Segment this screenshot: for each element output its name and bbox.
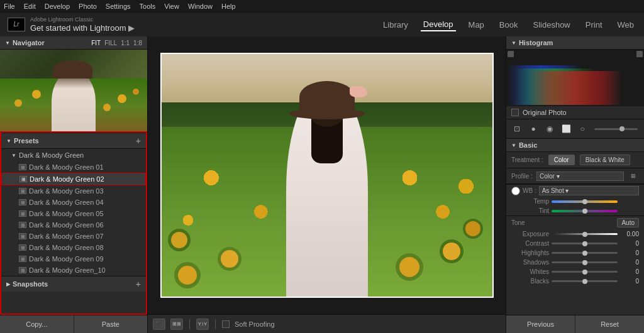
tab-library[interactable]: Library bbox=[380, 19, 411, 31]
preset-group-header[interactable]: ▼ Dark & Moody Green bbox=[1, 149, 146, 161]
profile-grid-icon[interactable]: ⊞ bbox=[628, 170, 639, 182]
contrast-slider[interactable] bbox=[552, 243, 618, 244]
nav-size-1-1[interactable]: 1:1 bbox=[121, 40, 130, 46]
shadows-slider-thumb bbox=[582, 260, 587, 265]
nav-size-fit[interactable]: FIT bbox=[91, 40, 101, 46]
tab-web[interactable]: Web bbox=[615, 19, 637, 31]
preset-item-10[interactable]: ⊞ Dark & Moody Green_10 bbox=[1, 265, 146, 276]
treatment-row: Treatment : Color Black & White bbox=[506, 152, 644, 168]
brand-name: Adobe Lightroom Classic bbox=[30, 16, 135, 23]
whites-slider[interactable] bbox=[552, 271, 618, 273]
navigator-preview[interactable] bbox=[0, 50, 147, 131]
menu-edit[interactable]: Edit bbox=[24, 3, 36, 10]
snapshots-add-button[interactable]: + bbox=[136, 280, 141, 288]
yx-tool-icon[interactable]: Y↕Y bbox=[196, 319, 209, 330]
preset-item-4[interactable]: ⊞ Dark & Moody Green 04 bbox=[1, 197, 146, 208]
soft-proofing-checkbox[interactable] bbox=[222, 320, 230, 328]
menu-settings[interactable]: Settings bbox=[106, 3, 131, 10]
navigator-collapse-icon[interactable]: ▼ bbox=[5, 40, 10, 46]
tab-map[interactable]: Map bbox=[466, 19, 487, 31]
preset-item-7[interactable]: ⊞ Dark & Moody Green 07 bbox=[1, 231, 146, 242]
preset-item-5[interactable]: ⊞ Dark & Moody Green 05 bbox=[1, 208, 146, 219]
reset-button[interactable]: Reset bbox=[575, 315, 644, 333]
grid-tool-icon[interactable]: ⊞⊞ bbox=[170, 319, 183, 330]
shadows-label: Shadows bbox=[511, 259, 549, 266]
sunflower-1 bbox=[178, 266, 197, 285]
menu-help[interactable]: Help bbox=[221, 3, 236, 10]
menu-view[interactable]: View bbox=[164, 3, 179, 10]
tool-slider-thumb bbox=[619, 126, 625, 131]
preset-item-2[interactable]: ⊞ Dark & Moody Green 02 bbox=[1, 173, 146, 185]
bottom-toolbar: ⬛ ⊞⊞ Y↕Y Soft Proofing bbox=[148, 314, 506, 333]
image-container[interactable] bbox=[148, 36, 506, 314]
soft-proofing-label: Soft Proofing bbox=[235, 320, 275, 328]
preset-icon-3: ⊞ bbox=[19, 188, 26, 194]
histogram-title: Histogram bbox=[519, 39, 553, 46]
highlights-slider[interactable] bbox=[552, 252, 618, 254]
tab-book[interactable]: Book bbox=[497, 19, 521, 31]
wb-row: WB : As Shot ▾ bbox=[506, 184, 644, 197]
menu-window[interactable]: Window bbox=[188, 3, 213, 10]
tab-print[interactable]: Print bbox=[583, 19, 605, 31]
preset-icon-6: ⊞ bbox=[19, 222, 26, 228]
right-panel: ▼ Histogram Original Photo ⊡ ● ◉ ⬜ ○ bbox=[506, 36, 644, 333]
wb-label: WB : bbox=[523, 187, 536, 194]
redeye-icon[interactable]: ◉ bbox=[543, 122, 557, 136]
crop-tool-icon[interactable]: ⬛ bbox=[153, 319, 165, 330]
tab-slideshow[interactable]: Slideshow bbox=[531, 19, 573, 31]
preset-item-3[interactable]: ⊞ Dark & Moody Green 03 bbox=[1, 185, 146, 197]
temp-slider[interactable] bbox=[552, 200, 618, 203]
menu-file[interactable]: File bbox=[4, 3, 15, 10]
profile-select[interactable]: Color ▾ bbox=[536, 172, 624, 181]
shadow-warning-icon[interactable] bbox=[636, 51, 643, 57]
color-treatment-button[interactable]: Color bbox=[548, 155, 575, 165]
menu-photo[interactable]: Photo bbox=[79, 3, 97, 10]
gradient-icon[interactable]: ⬜ bbox=[559, 122, 573, 136]
snapshots-header[interactable]: ▶ Snapshots + bbox=[1, 276, 146, 292]
preset-label-3: Dark & Moody Green 03 bbox=[29, 187, 104, 195]
nav-size-1-8[interactable]: 1:8 bbox=[133, 40, 142, 46]
highlights-value: 0 bbox=[620, 249, 639, 256]
menu-develop[interactable]: Develop bbox=[45, 3, 70, 10]
temp-label: Temp bbox=[511, 198, 549, 205]
previous-button[interactable]: Previous bbox=[506, 315, 575, 333]
whites-label: Whites bbox=[511, 268, 549, 275]
presets-header[interactable]: ▼ Presets + bbox=[1, 133, 146, 149]
bw-treatment-button[interactable]: Black & White bbox=[580, 155, 630, 165]
preset-item-1[interactable]: ⊞ Dark & Moody Green 01 bbox=[1, 161, 146, 173]
exposure-slider-thumb bbox=[582, 232, 587, 237]
paste-button[interactable]: Paste bbox=[74, 315, 148, 333]
tint-label: Tint bbox=[511, 207, 549, 214]
auto-tone-button[interactable]: Auto bbox=[617, 218, 639, 227]
histogram-collapse-icon[interactable]: ▼ bbox=[511, 40, 516, 46]
tool-opacity-slider[interactable] bbox=[594, 128, 638, 130]
shadows-slider[interactable] bbox=[552, 261, 618, 263]
preset-item-9[interactable]: ⊞ Dark & Moody Green 09 bbox=[1, 253, 146, 265]
nav-size-fill[interactable]: FILL bbox=[104, 40, 117, 46]
exposure-slider[interactable] bbox=[552, 233, 618, 235]
white-balance-picker[interactable] bbox=[511, 187, 520, 195]
tint-row: Tint bbox=[506, 206, 644, 216]
highlight-warning-icon[interactable] bbox=[508, 51, 514, 57]
person-hand bbox=[350, 86, 367, 97]
original-photo-checkbox[interactable] bbox=[511, 109, 519, 116]
preset-item-8[interactable]: ⊞ Dark & Moody Green 08 bbox=[1, 242, 146, 253]
tint-slider[interactable] bbox=[552, 210, 618, 212]
basic-collapse-icon[interactable]: ▼ bbox=[511, 143, 516, 148]
presets-collapse-icon: ▼ bbox=[6, 138, 11, 144]
blacks-slider[interactable] bbox=[552, 280, 618, 282]
tab-develop[interactable]: Develop bbox=[421, 18, 456, 31]
preset-item-6[interactable]: ⊞ Dark & Moody Green 06 bbox=[1, 219, 146, 231]
menu-tools[interactable]: Tools bbox=[140, 3, 156, 10]
presets-add-button[interactable]: + bbox=[136, 136, 141, 145]
navigator-sizes: FIT FILL 1:1 1:8 bbox=[91, 40, 142, 46]
navigator-header: ▼ Navigator FIT FILL 1:1 1:8 bbox=[0, 36, 147, 50]
preset-icon-10: ⊞ bbox=[19, 267, 26, 273]
crop-icon[interactable]: ⊡ bbox=[510, 122, 524, 136]
snapshots-collapse-icon: ▶ bbox=[6, 281, 10, 287]
wb-select[interactable]: As Shot ▾ bbox=[539, 186, 639, 195]
radial-icon[interactable]: ○ bbox=[575, 122, 589, 136]
copy-button[interactable]: Copy... bbox=[0, 315, 74, 333]
whites-slider-thumb bbox=[582, 270, 587, 275]
healing-icon[interactable]: ● bbox=[526, 122, 540, 136]
